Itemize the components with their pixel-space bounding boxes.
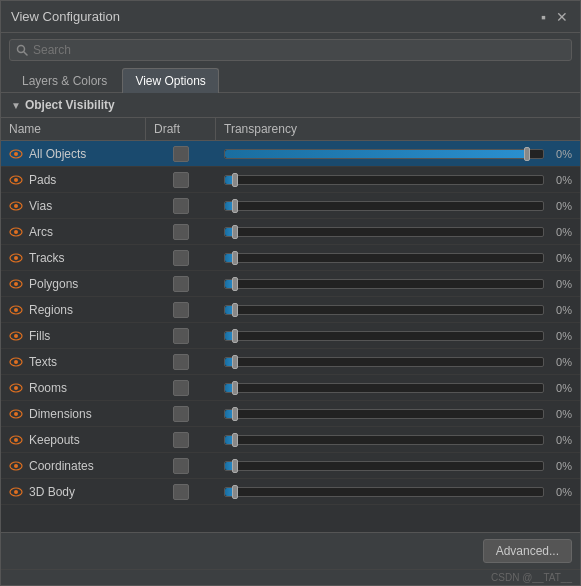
table-row[interactable]: Pads0% bbox=[1, 167, 580, 193]
row-label: Dimensions bbox=[29, 407, 92, 421]
table-row[interactable]: Fills0% bbox=[1, 323, 580, 349]
transparency-bar[interactable] bbox=[224, 357, 544, 367]
title-bar-controls: ▪ ✕ bbox=[539, 10, 570, 24]
row-name-cell: Texts bbox=[1, 355, 146, 369]
draft-checkbox[interactable] bbox=[173, 354, 189, 370]
table-row[interactable]: Coordinates0% bbox=[1, 453, 580, 479]
transparency-handle[interactable] bbox=[232, 329, 238, 343]
table-row[interactable]: Tracks0% bbox=[1, 245, 580, 271]
row-name-cell: Arcs bbox=[1, 225, 146, 239]
transparency-handle[interactable] bbox=[232, 485, 238, 499]
row-draft-cell bbox=[146, 172, 216, 188]
row-draft-cell bbox=[146, 198, 216, 214]
tab-layers-colors[interactable]: Layers & Colors bbox=[9, 68, 120, 93]
transparency-handle[interactable] bbox=[524, 147, 530, 161]
search-input-wrap bbox=[9, 39, 572, 61]
row-label: Keepouts bbox=[29, 433, 80, 447]
transparency-bar[interactable] bbox=[224, 201, 544, 211]
draft-checkbox[interactable] bbox=[173, 406, 189, 422]
section-title: Object Visibility bbox=[25, 98, 115, 112]
draft-checkbox[interactable] bbox=[173, 276, 189, 292]
draft-checkbox[interactable] bbox=[173, 172, 189, 188]
draft-checkbox[interactable] bbox=[173, 250, 189, 266]
row-name-cell: Fills bbox=[1, 329, 146, 343]
svg-point-27 bbox=[14, 464, 18, 468]
draft-checkbox[interactable] bbox=[173, 432, 189, 448]
row-transparency-cell: 0% bbox=[216, 486, 580, 498]
search-input[interactable] bbox=[33, 43, 565, 57]
table-row[interactable]: All Objects0% bbox=[1, 141, 580, 167]
table-row[interactable]: Texts0% bbox=[1, 349, 580, 375]
table-row[interactable]: Rooms0% bbox=[1, 375, 580, 401]
draft-checkbox[interactable] bbox=[173, 302, 189, 318]
transparency-bar[interactable] bbox=[224, 409, 544, 419]
row-label: Regions bbox=[29, 303, 73, 317]
advanced-button[interactable]: Advanced... bbox=[483, 539, 572, 563]
transparency-bar[interactable] bbox=[224, 305, 544, 315]
row-draft-cell bbox=[146, 302, 216, 318]
title-bar: View Configuration ▪ ✕ bbox=[1, 1, 580, 33]
transparency-bar[interactable] bbox=[224, 227, 544, 237]
table-row[interactable]: Vias0% bbox=[1, 193, 580, 219]
eye-icon bbox=[9, 357, 23, 367]
table-row[interactable]: Arcs0% bbox=[1, 219, 580, 245]
transparency-bar[interactable] bbox=[224, 487, 544, 497]
transparency-handle[interactable] bbox=[232, 381, 238, 395]
table-row[interactable]: Polygons0% bbox=[1, 271, 580, 297]
transparency-bar[interactable] bbox=[224, 461, 544, 471]
transparency-bar[interactable] bbox=[224, 279, 544, 289]
window-title: View Configuration bbox=[11, 9, 120, 24]
transparency-handle[interactable] bbox=[232, 459, 238, 473]
draft-checkbox[interactable] bbox=[173, 458, 189, 474]
transparency-bar[interactable] bbox=[224, 331, 544, 341]
transparency-handle[interactable] bbox=[232, 355, 238, 369]
eye-icon bbox=[9, 253, 23, 263]
draft-checkbox[interactable] bbox=[173, 380, 189, 396]
svg-point-25 bbox=[14, 438, 18, 442]
svg-point-7 bbox=[14, 204, 18, 208]
transparency-handle[interactable] bbox=[232, 303, 238, 317]
row-transparency-cell: 0% bbox=[216, 434, 580, 446]
draft-checkbox[interactable] bbox=[173, 328, 189, 344]
draft-checkbox[interactable] bbox=[173, 146, 189, 162]
watermark: CSDN @__TAT__ bbox=[1, 569, 580, 585]
row-label: 3D Body bbox=[29, 485, 75, 499]
transparency-bar[interactable] bbox=[224, 175, 544, 185]
transparency-bar[interactable] bbox=[224, 253, 544, 263]
row-draft-cell bbox=[146, 432, 216, 448]
table-row[interactable]: Keepouts0% bbox=[1, 427, 580, 453]
row-label: Texts bbox=[29, 355, 57, 369]
eye-icon bbox=[9, 201, 23, 211]
row-label: Arcs bbox=[29, 225, 53, 239]
transparency-handle[interactable] bbox=[232, 225, 238, 239]
table-row[interactable]: 3D Body0% bbox=[1, 479, 580, 505]
transparency-handle[interactable] bbox=[232, 277, 238, 291]
row-draft-cell bbox=[146, 380, 216, 396]
col-transparency: Transparency bbox=[216, 118, 580, 140]
pin-button[interactable]: ▪ bbox=[539, 10, 548, 24]
transparency-handle[interactable] bbox=[232, 407, 238, 421]
transparency-bar[interactable] bbox=[224, 435, 544, 445]
row-name-cell: Regions bbox=[1, 303, 146, 317]
row-name-cell: Dimensions bbox=[1, 407, 146, 421]
row-draft-cell bbox=[146, 224, 216, 240]
table-row[interactable]: Dimensions0% bbox=[1, 401, 580, 427]
transparency-handle[interactable] bbox=[232, 173, 238, 187]
transparency-bar[interactable] bbox=[224, 149, 544, 159]
row-label: Tracks bbox=[29, 251, 65, 265]
draft-checkbox[interactable] bbox=[173, 224, 189, 240]
row-name-cell: Tracks bbox=[1, 251, 146, 265]
transparency-bar[interactable] bbox=[224, 383, 544, 393]
draft-checkbox[interactable] bbox=[173, 198, 189, 214]
draft-checkbox[interactable] bbox=[173, 484, 189, 500]
table-row[interactable]: Regions0% bbox=[1, 297, 580, 323]
close-button[interactable]: ✕ bbox=[554, 10, 570, 24]
section-header[interactable]: ▼ Object Visibility bbox=[1, 93, 580, 118]
tab-view-options[interactable]: View Options bbox=[122, 68, 218, 93]
eye-icon bbox=[9, 383, 23, 393]
transparency-handle[interactable] bbox=[232, 199, 238, 213]
row-label: Pads bbox=[29, 173, 56, 187]
transparency-handle[interactable] bbox=[232, 433, 238, 447]
transparency-handle[interactable] bbox=[232, 251, 238, 265]
svg-point-29 bbox=[14, 490, 18, 494]
